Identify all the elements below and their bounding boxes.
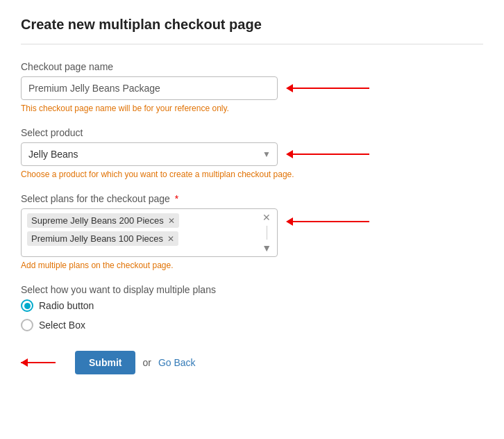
- select-product-input[interactable]: Jelly Beans: [21, 142, 278, 166]
- tag-supreme: Supreme Jelly Beans 200 Pieces ✕: [27, 213, 179, 228]
- plans-tags-container: Supreme Jelly Beans 200 Pieces ✕ Premium…: [27, 213, 271, 252]
- select-product-wrapper: Jelly Beans ▼: [21, 142, 278, 166]
- page-title: Create new multiplan checkout page: [21, 17, 483, 33]
- tag-supreme-close[interactable]: ✕: [168, 217, 175, 225]
- tag-premium-label: Premium Jelly Beans 100 Pieces: [31, 233, 163, 244]
- select-plans-label: Select plans for the checkout page *: [21, 193, 483, 204]
- select-product-annotation-arrow: [286, 148, 369, 160]
- multiselect-dropdown-btn[interactable]: ▼: [260, 242, 273, 254]
- select-product-group: Select product Jelly Beans ▼ Choose a pr…: [21, 127, 483, 179]
- controls-divider: [267, 226, 267, 240]
- submit-annotation-arrow: [21, 356, 62, 369]
- display-options-group: Select how you want to display multiple …: [21, 284, 483, 331]
- checkout-name-arrow: [286, 82, 369, 94]
- divider: [21, 44, 483, 44]
- radio-button-label: Radio button: [39, 300, 94, 311]
- radio-item-select-box[interactable]: Select Box: [21, 319, 483, 331]
- checkout-name-input[interactable]: [21, 76, 278, 100]
- radio-group: Radio button Select Box: [21, 299, 483, 331]
- plans-multiselect-box[interactable]: Supreme Jelly Beans 200 Pieces ✕ Premium…: [21, 208, 278, 257]
- select-product-hint: Choose a product for which you want to c…: [21, 169, 483, 179]
- tag-supreme-label: Supreme Jelly Beans 200 Pieces: [31, 215, 164, 226]
- checkout-name-label: Checkout page name: [21, 61, 483, 72]
- select-product-label: Select product: [21, 127, 483, 138]
- submit-row: Submit or Go Back: [21, 351, 483, 374]
- required-star: *: [172, 193, 178, 204]
- display-options-label: Select how you want to display multiple …: [21, 284, 483, 295]
- radio-item-radio-button[interactable]: Radio button: [21, 299, 483, 312]
- checkout-name-group: Checkout page name This checkout page na…: [21, 61, 483, 113]
- multiselect-clear-btn[interactable]: ✕: [261, 212, 272, 223]
- plans-annotation-arrow: [286, 215, 369, 228]
- radio-circle-select-box: [21, 319, 33, 331]
- select-plans-group: Select plans for the checkout page * Sup…: [21, 193, 483, 270]
- tag-premium: Premium Jelly Beans 100 Pieces ✕: [27, 231, 178, 246]
- select-plans-hint: Add multiple plans on the checkout page.: [21, 260, 483, 270]
- submit-button[interactable]: Submit: [75, 351, 135, 374]
- multiselect-controls: ✕ ▼: [260, 212, 273, 254]
- checkout-name-hint: This checkout page name will be for your…: [21, 103, 483, 113]
- select-box-label: Select Box: [39, 320, 85, 331]
- tag-premium-close[interactable]: ✕: [167, 235, 174, 243]
- or-text: or: [142, 357, 151, 368]
- radio-circle-radio-button: [21, 299, 33, 312]
- go-back-link[interactable]: Go Back: [158, 357, 196, 368]
